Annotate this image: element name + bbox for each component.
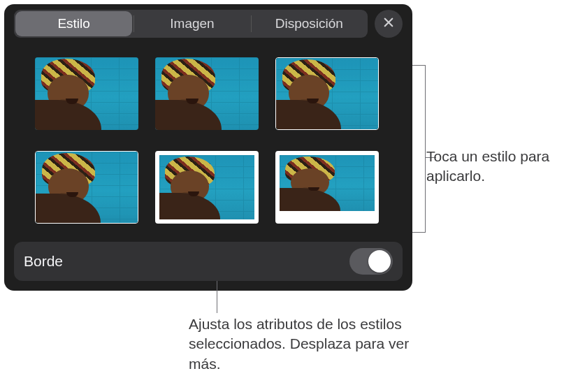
switch-knob xyxy=(368,250,391,273)
border-switch[interactable] xyxy=(349,248,393,275)
style-thumb-1[interactable] xyxy=(35,57,138,130)
segmented-control: Estilo Imagen Disposición xyxy=(14,10,368,38)
style-thumb-5[interactable] xyxy=(155,151,259,224)
close-button[interactable] xyxy=(375,10,403,38)
tab-style-label: Estilo xyxy=(57,16,89,31)
tab-layout[interactable]: Disposición xyxy=(251,10,368,38)
callout-bottom: Ajusta los atributos de los estilos sele… xyxy=(189,314,412,374)
style-thumb-2[interactable] xyxy=(155,57,259,130)
style-thumbnails xyxy=(4,38,412,238)
tab-image[interactable]: Imagen xyxy=(133,10,250,38)
close-icon xyxy=(382,16,395,31)
style-thumb-4[interactable] xyxy=(35,151,138,224)
tab-layout-label: Disposición xyxy=(275,16,343,31)
style-thumb-3[interactable] xyxy=(275,57,379,130)
style-thumb-6[interactable] xyxy=(275,151,379,224)
border-row[interactable]: Borde xyxy=(14,242,403,281)
tab-row: Estilo Imagen Disposición xyxy=(4,10,412,38)
callout-right: Toca un estilo para aplicarlo. xyxy=(426,147,573,187)
border-label: Borde xyxy=(24,253,63,270)
tab-image-label: Imagen xyxy=(170,16,214,31)
format-panel: Estilo Imagen Disposición xyxy=(4,4,412,291)
tab-style[interactable]: Estilo xyxy=(15,11,132,36)
